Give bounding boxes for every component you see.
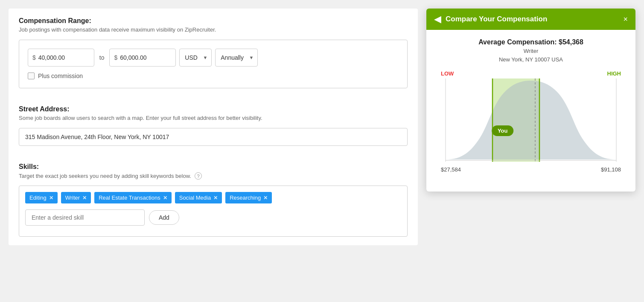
skill-input-row: Add <box>25 209 401 226</box>
skill-tag-researching-remove[interactable]: ✕ <box>263 195 268 201</box>
skills-container: Editing ✕ Writer ✕ Real Estate Transacti… <box>19 186 408 237</box>
you-badge: You <box>492 125 514 136</box>
avg-comp-subtitle: Writer New York, NY 10007 USA <box>437 47 625 64</box>
chart-high-value: $91,108 <box>601 166 621 173</box>
commission-checkbox[interactable] <box>28 73 35 79</box>
period-select-wrapper[interactable]: Annually Monthly Weekly Hourly ▼ <box>215 49 258 67</box>
popup-close-button[interactable]: × <box>623 15 628 24</box>
skill-tag-writer-label: Writer <box>65 195 80 201</box>
period-select[interactable]: Annually Monthly Weekly Hourly <box>215 49 258 67</box>
skills-help-icon[interactable]: ? <box>195 172 202 180</box>
chart-svg-container: You <box>437 78 625 164</box>
address-input[interactable] <box>19 128 408 146</box>
skill-tag-social-media-label: Social Media <box>179 195 211 201</box>
add-skill-button[interactable]: Add <box>149 210 179 225</box>
skill-tag-editing: Editing ✕ <box>25 192 58 203</box>
currency-select-wrapper[interactable]: USD EUR GBP CAD ▼ <box>179 49 212 67</box>
max-currency-symbol: $ <box>114 54 117 61</box>
min-currency-symbol: $ <box>32 54 36 61</box>
min-compensation-input[interactable] <box>38 54 90 61</box>
skill-tag-editing-remove[interactable]: ✕ <box>49 195 53 201</box>
currency-select[interactable]: USD EUR GBP CAD <box>179 49 212 67</box>
job-title-label: Writer <box>524 48 538 54</box>
skill-tag-researching-label: Researching <box>230 195 261 201</box>
skill-tag-writer: Writer ✕ <box>61 192 91 203</box>
skills-title: Skills: <box>19 163 408 171</box>
popup-title: Compare Your Compensation <box>446 15 547 23</box>
address-subtitle: Some job boards allow users to search wi… <box>19 115 408 121</box>
chart-labels-top: LOW HIGH <box>437 70 625 77</box>
compensation-title: Compensation Range: <box>19 17 408 25</box>
skill-tag-real-estate-remove[interactable]: ✕ <box>163 195 167 201</box>
skills-tags-row: Editing ✕ Writer ✕ Real Estate Transacti… <box>25 192 401 203</box>
skill-input[interactable] <box>25 209 145 226</box>
skill-tag-researching: Researching ✕ <box>225 192 272 203</box>
address-title: Street Address: <box>19 105 408 113</box>
bell-curve-svg <box>437 78 625 164</box>
high-label: HIGH <box>607 70 621 77</box>
arrow-left-icon: ◀ <box>434 15 441 24</box>
skills-subtitle: Target the exact job seekers you need by… <box>19 173 191 179</box>
avg-comp-title: Average Compensation: $54,368 <box>437 38 625 46</box>
compensation-chart: LOW HIGH <box>437 70 625 181</box>
skill-tag-social-media: Social Media ✕ <box>175 192 222 203</box>
chart-range-labels: $27,584 $91,108 <box>437 164 625 173</box>
compensation-subtitle: Job postings with compensation data rece… <box>19 26 408 33</box>
job-location-label: New York, NY 10007 USA <box>499 56 563 63</box>
popup-body: Average Compensation: $54,368 Writer New… <box>426 30 635 192</box>
skill-tag-real-estate: Real Estate Transactions ✕ <box>94 192 172 203</box>
compare-compensation-popup: ◀ Compare Your Compensation × Average Co… <box>426 9 635 192</box>
max-compensation-field[interactable]: $ <box>109 49 176 67</box>
max-compensation-input[interactable] <box>120 54 171 61</box>
skill-tag-social-media-remove[interactable]: ✕ <box>213 195 218 201</box>
to-label: to <box>98 54 106 61</box>
popup-header-left: ◀ Compare Your Compensation <box>434 15 547 24</box>
commission-label: Plus commission <box>38 73 83 79</box>
low-label: LOW <box>441 70 454 77</box>
popup-header: ◀ Compare Your Compensation × <box>426 9 635 30</box>
min-compensation-field[interactable]: $ <box>28 49 94 67</box>
chart-low-value: $27,584 <box>441 166 461 173</box>
skill-tag-writer-remove[interactable]: ✕ <box>82 195 87 201</box>
skill-tag-editing-label: Editing <box>29 195 47 201</box>
skill-tag-real-estate-label: Real Estate Transactions <box>99 195 160 201</box>
